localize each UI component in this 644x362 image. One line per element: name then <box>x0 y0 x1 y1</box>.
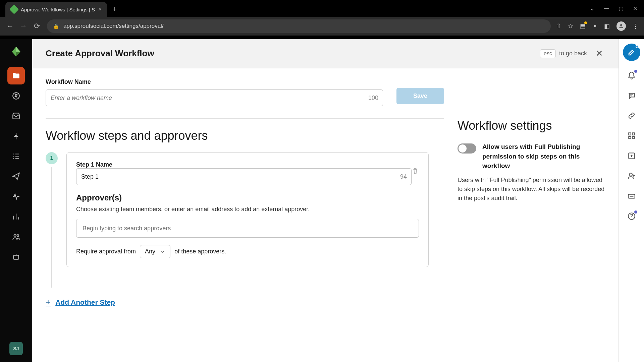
delete-step-icon[interactable] <box>412 167 419 176</box>
settings-column: Workflow settings Allow users with Full … <box>444 78 605 352</box>
menu-icon[interactable]: ⋮ <box>633 22 639 30</box>
require-count-select[interactable]: Any <box>140 245 170 258</box>
skip-steps-toggle[interactable] <box>458 143 476 154</box>
nav-pin-icon[interactable] <box>7 127 25 145</box>
forward-icon[interactable]: → <box>19 22 28 31</box>
new-tab-button[interactable]: + <box>112 5 117 13</box>
toggle-knob <box>459 144 467 153</box>
esc-hint-text: to go back <box>559 50 587 57</box>
compose-indicator-dot <box>636 45 639 48</box>
workflow-name-field: Workflow Name 100 <box>46 78 383 106</box>
step-number-badge: 1 <box>46 152 58 164</box>
browser-toolbar: ← → ⟳ 🔒 app.sproutsocial.com/settings/ap… <box>0 17 644 36</box>
right-sidebar <box>619 39 644 362</box>
save-button[interactable]: Save <box>396 88 444 104</box>
tab-search-icon[interactable]: ⌄ <box>590 5 594 12</box>
help-indicator-dot <box>634 210 637 214</box>
maximize-icon[interactable]: ▢ <box>619 5 624 12</box>
svg-rect-7 <box>629 136 631 139</box>
close-window-icon[interactable]: ✕ <box>633 5 637 12</box>
skip-steps-setting: Allow users with Full Publishing permiss… <box>458 142 605 171</box>
svg-rect-11 <box>628 194 635 198</box>
page-header: Create Approval Workflow esc to go back … <box>32 39 619 68</box>
window-controls: ⌄ — ▢ ✕ <box>590 5 641 12</box>
step-name-input-wrap: 94 <box>76 168 412 185</box>
minimize-icon[interactable]: — <box>604 5 609 12</box>
share-icon[interactable]: ⇧ <box>556 22 561 30</box>
left-column: Workflow Name 100 Save Workflow steps an… <box>46 78 444 352</box>
close-icon[interactable]: ✕ <box>594 46 605 61</box>
tab-title: Approval Workflows | Settings | S <box>21 7 95 12</box>
nav-compass-icon[interactable] <box>7 87 25 105</box>
svg-point-1 <box>13 93 19 99</box>
back-icon[interactable]: ← <box>5 22 15 31</box>
grid-icon[interactable] <box>627 131 636 141</box>
replies-icon[interactable] <box>627 91 636 101</box>
step-name-charcount: 94 <box>400 173 407 180</box>
nav-list-icon[interactable] <box>7 147 25 165</box>
add-user-icon[interactable] <box>627 172 636 182</box>
sprout-logo-icon[interactable] <box>8 44 24 60</box>
workflow-name-input[interactable] <box>46 89 383 106</box>
nav-bot-icon[interactable] <box>7 248 25 265</box>
notification-dot <box>634 70 637 73</box>
reload-icon[interactable]: ⟳ <box>32 22 42 31</box>
user-avatar[interactable]: SJ <box>9 342 23 355</box>
esc-key-badge: esc <box>540 49 556 58</box>
sidepanel-icon[interactable]: ◧ <box>604 22 610 30</box>
step-card-header: Step 1 Name 94 <box>76 161 419 185</box>
approvers-search-input[interactable] <box>76 219 419 238</box>
nav-pulse-icon[interactable] <box>7 188 25 205</box>
nav-buttons: ← → ⟳ <box>5 22 42 31</box>
toolbar-icons: ⇧ ☆ ⬒ ✦ ◧ ⋮ <box>556 21 639 31</box>
setting-text: Allow users with Full Publishing permiss… <box>482 142 605 171</box>
extension-icon[interactable]: ⬒ <box>580 22 586 30</box>
step-number-column: 1 <box>46 152 58 288</box>
browser-tab[interactable]: Approval Workflows | Settings | S × <box>5 2 107 17</box>
bookmark-icon[interactable]: ☆ <box>568 22 573 30</box>
lock-icon: 🔒 <box>53 23 59 29</box>
svg-point-10 <box>629 173 632 176</box>
require-select-value: Any <box>145 248 155 255</box>
notifications-icon[interactable] <box>627 71 636 81</box>
svg-point-2 <box>14 234 16 236</box>
browser-chrome: Approval Workflows | Settings | S × + ⌄ … <box>0 0 644 39</box>
require-approval-row: Require approval from Any of these appro… <box>76 245 419 258</box>
steps-section-title: Workflow steps and approvers <box>46 129 444 143</box>
nav-inbox-icon[interactable] <box>7 107 25 125</box>
profile-icon[interactable] <box>616 21 626 31</box>
nav-reports-icon[interactable] <box>7 208 25 225</box>
chevron-down-icon <box>160 249 165 254</box>
nav-people-icon[interactable] <box>7 228 25 245</box>
step-connector-line <box>51 167 52 288</box>
url-text: app.sproutsocial.com/settings/approval/ <box>63 23 164 29</box>
workflow-name-label: Workflow Name <box>46 78 383 85</box>
svg-point-3 <box>17 235 19 236</box>
step-card: Step 1 Name 94 Approver(s) Ch <box>66 152 429 267</box>
workflow-name-charcount: 100 <box>368 95 378 102</box>
svg-rect-6 <box>632 133 635 135</box>
close-tab-icon[interactable]: × <box>98 6 102 13</box>
keyboard-icon[interactable] <box>627 192 636 202</box>
add-panel-icon[interactable] <box>627 152 636 162</box>
nav-folder-icon[interactable] <box>7 67 25 84</box>
address-bar[interactable]: 🔒 app.sproutsocial.com/settings/approval… <box>47 19 551 33</box>
settings-title: Workflow settings <box>458 119 605 133</box>
add-step-button[interactable]: + Add Another Step <box>46 297 444 307</box>
browser-tabs: Approval Workflows | Settings | S × + <box>3 0 117 17</box>
help-icon[interactable] <box>627 212 636 222</box>
require-suffix-text: of these approvers. <box>174 248 226 255</box>
step-name-input[interactable] <box>76 168 412 185</box>
link-icon[interactable] <box>627 111 636 121</box>
main-content: Create Approval Workflow esc to go back … <box>32 39 619 362</box>
approvers-help-text: Choose existing team members, or enter a… <box>76 206 419 213</box>
left-sidebar: SJ <box>0 39 32 362</box>
nav-send-icon[interactable] <box>7 168 25 185</box>
header-actions: esc to go back ✕ <box>540 46 605 61</box>
svg-point-0 <box>620 24 622 26</box>
sprout-favicon-icon <box>9 5 19 14</box>
extensions-icon[interactable]: ✦ <box>592 22 597 30</box>
content-body: Workflow Name 100 Save Workflow steps an… <box>32 68 619 362</box>
compose-button[interactable] <box>623 44 640 61</box>
svg-rect-8 <box>632 136 635 139</box>
